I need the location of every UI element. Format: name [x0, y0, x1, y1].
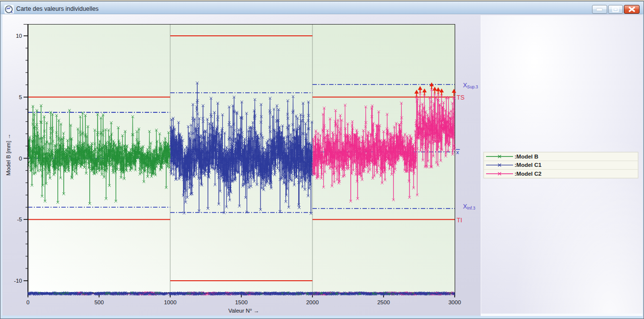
- svg-text:x: x: [456, 149, 459, 155]
- svg-text:TI: TI: [457, 217, 462, 224]
- svg-text:2500: 2500: [377, 299, 390, 305]
- svg-text:TS: TS: [457, 94, 464, 101]
- svg-text::Model C2: :Model C2: [515, 171, 541, 177]
- svg-text:-5: -5: [17, 216, 22, 222]
- svg-text::Model B: :Model B: [515, 154, 539, 160]
- svg-text:5: 5: [19, 94, 22, 100]
- svg-text:Valeur N° →: Valeur N° →: [228, 308, 259, 314]
- svg-text:-10: -10: [14, 278, 22, 284]
- svg-text:Carte des valeurs individuelle: Carte des valeurs individuelles: [16, 5, 99, 12]
- svg-text:3000: 3000: [448, 299, 461, 305]
- svg-text:1500: 1500: [235, 299, 248, 305]
- svg-text:Model B [mm] →: Model B [mm] →: [5, 133, 11, 176]
- svg-text:10: 10: [16, 33, 22, 39]
- svg-text:500: 500: [94, 299, 103, 305]
- svg-text:1000: 1000: [164, 299, 177, 305]
- svg-text::Model C1: :Model C1: [515, 162, 542, 168]
- svg-text:0: 0: [19, 156, 22, 161]
- svg-text:2000: 2000: [306, 299, 319, 305]
- svg-text:0: 0: [26, 299, 29, 305]
